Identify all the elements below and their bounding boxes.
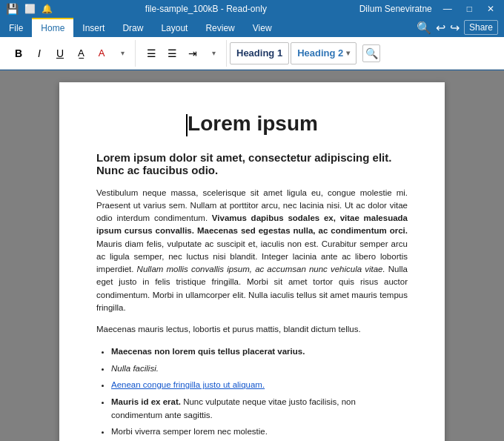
tab-file[interactable]: File	[0, 18, 32, 37]
list-link[interactable]: Aenean congue fringilla justo ut aliquam…	[111, 380, 265, 389]
heading2-chevron: ▾	[346, 49, 350, 57]
font-color-button[interactable]: A	[92, 44, 111, 63]
title-bar: 💾 ⬜ 🔔 file-sample_100kB - Read-only Dilu…	[0, 0, 504, 18]
numbered-list-button[interactable]: ☰	[162, 44, 182, 63]
paragraph-1: Vestibulum neque massa, scelerisque sit …	[96, 187, 408, 315]
document-area: Lorem ipsum Lorem ipsum dolor sit amet, …	[0, 70, 504, 441]
ribbon: File Home Insert Draw Layout Review View…	[0, 18, 504, 70]
window-title: file-sample_100kB - Read-only	[53, 4, 359, 14]
paragraph-more[interactable]: ▾	[204, 44, 223, 63]
tab-layout[interactable]: Layout	[152, 18, 196, 37]
maximize-button[interactable]: □	[463, 4, 476, 14]
highlight-button[interactable]: A̲	[71, 44, 90, 63]
bold-button[interactable]: B	[9, 44, 28, 63]
undo-button[interactable]: ↩	[436, 21, 445, 35]
underline-button[interactable]: U	[50, 44, 70, 63]
minimize-button[interactable]: —	[440, 4, 456, 14]
paragraph-group: ☰ ☰ ⇥ ▾	[139, 40, 227, 67]
bullet-list-button[interactable]: ☰	[142, 44, 161, 63]
toolbar-search-button[interactable]: 🔍	[362, 44, 380, 62]
close-button[interactable]: ✕	[483, 4, 498, 14]
tab-home[interactable]: Home	[32, 18, 73, 37]
font-format-more[interactable]: ▾	[113, 44, 132, 63]
paragraph-2: Maecenas mauris lectus, lobortis et puru…	[96, 323, 408, 336]
font-format-group: B I U A̲ A ▾	[6, 40, 136, 67]
document-heading: Lorem ipsum dolor sit amet, consectetur …	[96, 151, 408, 176]
heading1-style-button[interactable]: Heading 1	[230, 42, 289, 64]
share-button[interactable]: Share	[464, 20, 498, 35]
list-item: Aenean congue fringilla justo ut aliquam…	[111, 378, 408, 391]
tab-draw[interactable]: Draw	[113, 18, 152, 37]
tab-view[interactable]: View	[244, 18, 281, 37]
indent-button[interactable]: ⇥	[183, 44, 202, 63]
list-item: Morbi viverra semper lorem nec molestie.	[111, 425, 408, 438]
document-page: Lorem ipsum Lorem ipsum dolor sit amet, …	[59, 82, 445, 441]
redo-button[interactable]: ↪	[450, 21, 460, 35]
styles-group: Heading 1 Heading 2 ▾	[230, 42, 357, 64]
tab-review[interactable]: Review	[196, 18, 243, 37]
heading2-style-button[interactable]: Heading 2 ▾	[291, 42, 357, 64]
tab-insert[interactable]: Insert	[73, 18, 113, 37]
user-name: Dilum Seneviratne	[359, 4, 432, 14]
document-title: Lorem ipsum	[96, 112, 408, 136]
ribbon-tabs: File Home Insert Draw Layout Review View…	[0, 18, 504, 37]
list-item: Maecenas non lorem quis tellus placerat …	[111, 345, 408, 358]
ribbon-toolbar: B I U A̲ A ▾ ☰ ☰ ⇥ ▾ Heading 1 Heading 2…	[0, 37, 504, 70]
bullet-list: Maecenas non lorem quis tellus placerat …	[111, 345, 408, 441]
italic-button[interactable]: I	[30, 44, 49, 63]
list-item: Nulla facilisi.	[111, 362, 408, 375]
search-icon[interactable]: 🔍	[417, 21, 431, 35]
list-item: Mauris id ex erat. Nunc vulputate neque …	[111, 395, 408, 422]
